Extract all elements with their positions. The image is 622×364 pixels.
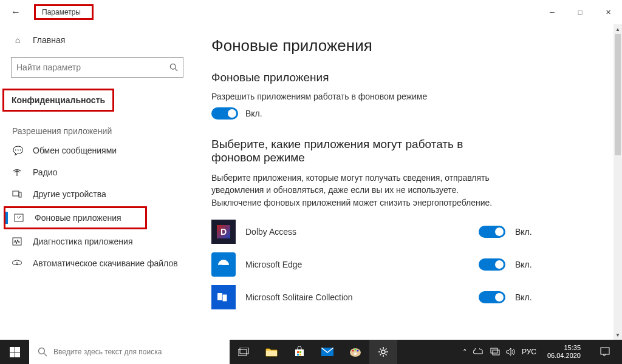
clock-time: 15:35 bbox=[547, 344, 581, 352]
back-arrow-icon[interactable]: ← bbox=[11, 7, 21, 18]
onedrive-icon[interactable] bbox=[473, 348, 484, 356]
taskbar-apps bbox=[230, 340, 397, 364]
solitaire-icon bbox=[211, 285, 236, 309]
highlight-box-bgapps: Фоновые приложения bbox=[4, 206, 147, 229]
scrollbar[interactable]: ▲ ▼ bbox=[613, 24, 622, 340]
section-subtext: Разрешить приложениям работать в фоновом… bbox=[211, 92, 596, 101]
page-title: Фоновые приложения bbox=[211, 36, 596, 55]
home-link[interactable]: ⌂ Главная bbox=[0, 32, 194, 49]
svg-line-30 bbox=[386, 354, 387, 356]
search-input[interactable] bbox=[16, 62, 169, 72]
svg-rect-34 bbox=[493, 350, 499, 355]
sidebar-item-messaging[interactable]: 💬 Обмен сообщениями bbox=[0, 140, 194, 161]
language-indicator[interactable]: РУС bbox=[522, 348, 536, 356]
section-title: Фоновые приложения bbox=[211, 71, 596, 84]
search-box[interactable] bbox=[11, 57, 183, 78]
app-row-edge: Microsoft Edge Вкл. bbox=[211, 252, 539, 277]
system-tray: ˄ РУС 15:35 06.04.2020 bbox=[463, 340, 622, 364]
svg-point-21 bbox=[355, 349, 357, 351]
network-icon[interactable] bbox=[490, 348, 500, 356]
sidebar-item-auto-download[interactable]: Автоматическое скачивание файлов bbox=[0, 252, 194, 274]
svg-rect-2 bbox=[13, 191, 19, 196]
app-toggle-edge[interactable] bbox=[479, 258, 505, 271]
titlebar: ← Параметры ─ □ ✕ bbox=[0, 0, 622, 24]
scroll-track[interactable] bbox=[613, 34, 622, 330]
svg-point-24 bbox=[381, 350, 385, 354]
home-label: Главная bbox=[33, 35, 65, 45]
volume-icon[interactable] bbox=[506, 348, 516, 356]
sidebar-item-label: Автоматическое скачивание файлов bbox=[33, 258, 178, 268]
titlebar-left: ← Параметры bbox=[11, 4, 94, 20]
clock[interactable]: 15:35 06.04.2020 bbox=[542, 344, 586, 359]
taskbar-search[interactable]: Введите здесь текст для поиска bbox=[29, 340, 230, 364]
sidebar-item-radio[interactable]: Радио bbox=[0, 161, 194, 183]
svg-line-32 bbox=[386, 349, 387, 350]
task-view-icon[interactable] bbox=[230, 340, 258, 364]
store-icon[interactable] bbox=[285, 340, 313, 364]
sidebar-item-app-diagnostics[interactable]: Диагностика приложения bbox=[0, 231, 194, 252]
scroll-thumb[interactable] bbox=[615, 34, 621, 155]
section-title-apps: Выберите, какие приложения могут работат… bbox=[211, 138, 491, 164]
scroll-up-button[interactable]: ▲ bbox=[613, 24, 622, 34]
app-row-solitaire: Microsoft Solitaire Collection Вкл. bbox=[211, 285, 539, 309]
sidebar-item-label: Другие устройства bbox=[33, 189, 106, 199]
section-desc: Выберите приложения, которые могут получ… bbox=[211, 172, 503, 209]
svg-line-9 bbox=[44, 354, 47, 357]
svg-rect-17 bbox=[299, 354, 301, 356]
search-icon bbox=[169, 63, 178, 72]
minimize-button[interactable]: ─ bbox=[538, 2, 566, 22]
svg-line-1 bbox=[175, 69, 177, 71]
svg-rect-14 bbox=[297, 351, 299, 353]
master-toggle-row: Вкл. bbox=[211, 107, 596, 120]
start-button[interactable] bbox=[0, 340, 29, 364]
app-name: Microsoft Edge bbox=[245, 260, 469, 269]
svg-point-22 bbox=[357, 350, 359, 352]
svg-rect-4 bbox=[15, 214, 23, 221]
mail-icon[interactable] bbox=[313, 340, 341, 364]
sidebar-item-label: Радио bbox=[33, 167, 57, 177]
master-toggle[interactable] bbox=[211, 107, 238, 120]
sidebar-item-label: Диагностика приложения bbox=[33, 237, 132, 246]
bgapps-icon bbox=[14, 214, 25, 222]
svg-point-8 bbox=[39, 348, 45, 354]
taskbar: Введите здесь текст для поиска ˄ bbox=[0, 340, 622, 364]
window-title: Параметры bbox=[34, 4, 94, 20]
paint-icon[interactable] bbox=[341, 340, 369, 364]
home-icon: ⌂ bbox=[12, 35, 23, 45]
search-icon bbox=[38, 347, 47, 357]
app-toggle-label: Вкл. bbox=[515, 260, 539, 269]
app-row-dolby: D Dolby Access Вкл. bbox=[211, 220, 539, 244]
sidebar-item-background-apps[interactable]: Фоновые приложения bbox=[5, 208, 145, 228]
chat-icon: 💬 bbox=[12, 146, 23, 155]
scroll-down-button[interactable]: ▼ bbox=[613, 330, 622, 340]
category-heading: Конфиденциальность bbox=[2, 89, 114, 112]
close-button[interactable]: ✕ bbox=[594, 2, 622, 22]
windows-logo-icon bbox=[10, 347, 20, 357]
sidebar-item-label: Обмен сообщениями bbox=[33, 146, 117, 155]
maximize-button[interactable]: □ bbox=[566, 2, 594, 22]
svg-rect-6 bbox=[217, 293, 222, 300]
settings-window: ← Параметры ─ □ ✕ ⌂ Главная Конфиденциал… bbox=[0, 0, 622, 340]
body-area: ⌂ Главная Конфиденциальность Разрешения … bbox=[0, 24, 622, 340]
app-toggle-label: Вкл. bbox=[515, 292, 539, 302]
svg-rect-3 bbox=[19, 192, 21, 197]
svg-point-20 bbox=[352, 350, 354, 352]
app-toggle-dolby[interactable] bbox=[479, 226, 505, 238]
svg-rect-33 bbox=[491, 348, 497, 353]
sidebar-item-other-devices[interactable]: Другие устройства bbox=[0, 183, 194, 205]
svg-line-31 bbox=[380, 354, 381, 356]
explorer-icon[interactable] bbox=[258, 340, 285, 364]
tray-chevron-icon[interactable]: ˄ bbox=[463, 348, 467, 357]
window-controls: ─ □ ✕ bbox=[538, 2, 622, 22]
svg-rect-7 bbox=[222, 294, 227, 302]
svg-rect-12 bbox=[266, 351, 277, 356]
devices-icon bbox=[12, 190, 23, 198]
app-name: Dolby Access bbox=[245, 227, 469, 237]
svg-rect-15 bbox=[299, 351, 301, 353]
app-toggle-solitaire[interactable] bbox=[479, 291, 505, 303]
sidebar: ⌂ Главная Конфиденциальность Разрешения … bbox=[0, 24, 194, 340]
content-area: Фоновые приложения Фоновые приложения Ра… bbox=[194, 24, 613, 340]
settings-taskbar-icon[interactable] bbox=[369, 340, 397, 364]
notifications-icon[interactable] bbox=[592, 340, 618, 364]
diag-icon bbox=[12, 237, 23, 246]
